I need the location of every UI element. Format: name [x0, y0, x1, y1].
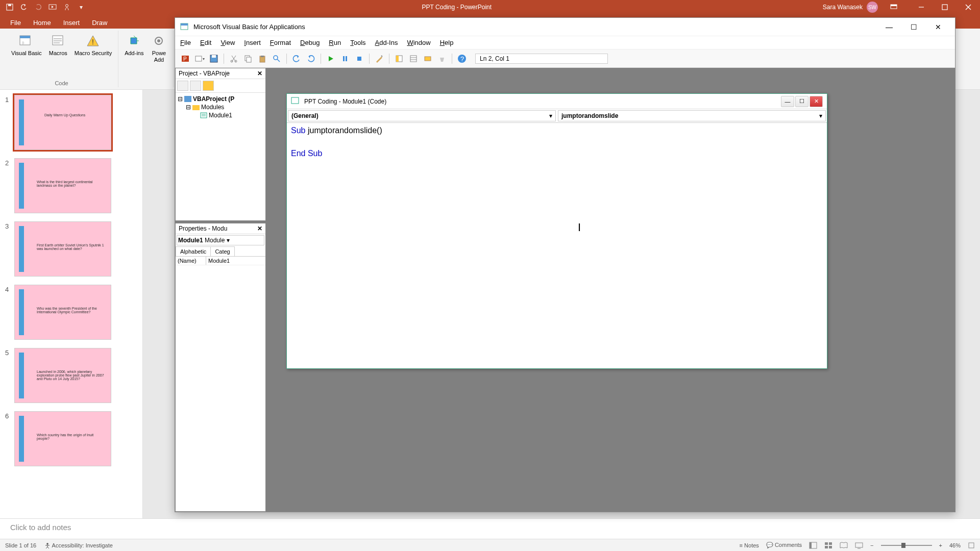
slide-thumbnail-panel[interactable]: 1 Daily Warm Up Questions 2 What is the …: [0, 90, 143, 518]
menu-insert[interactable]: Insert: [244, 39, 261, 46]
menu-edit[interactable]: Edit: [200, 39, 211, 46]
slide-thumbnail-6[interactable]: Which country has the origin of Inuit pe…: [14, 411, 111, 466]
code-window-titlebar[interactable]: PPT Coding - Module1 (Code) — ☐ ✕: [287, 94, 827, 109]
menu-debug[interactable]: Debug: [300, 39, 320, 46]
macro-security-button[interactable]: ! Macro Security: [71, 32, 115, 58]
slide-thumb-row[interactable]: 2 What is the third largest continental …: [5, 158, 137, 213]
vba-titlebar[interactable]: Microsoft Visual Basic for Applications …: [175, 18, 955, 36]
slide-thumbnail-5[interactable]: Launched in 2006, which planetary explor…: [14, 348, 111, 403]
slideshow-view-icon[interactable]: [855, 542, 863, 549]
slide-counter[interactable]: Slide 1 of 16: [5, 542, 36, 548]
accessibility-status[interactable]: Accessibility: Investigate: [44, 542, 113, 548]
slide-thumbnail-2[interactable]: What is the third largest continental la…: [14, 158, 111, 213]
slide-sorter-icon[interactable]: [824, 542, 832, 549]
menu-run[interactable]: Run: [329, 39, 341, 46]
project-tree[interactable]: ⊟VBAProject (P ⊟Modules Module1: [176, 93, 265, 220]
slide-thumbnail-1[interactable]: Daily Warm Up Questions: [14, 95, 111, 150]
property-row[interactable]: (Name) Module1: [176, 257, 265, 265]
menu-window[interactable]: Window: [407, 39, 430, 46]
run-icon[interactable]: [325, 53, 337, 65]
view-code-icon[interactable]: [177, 81, 188, 91]
break-icon[interactable]: [339, 53, 351, 65]
svg-rect-50: [425, 57, 431, 61]
visual-basic-button[interactable]: ⟨⟩ Visual Basic: [8, 32, 45, 58]
tab-insert[interactable]: Insert: [62, 17, 81, 29]
view-powerpoint-icon[interactable]: P: [179, 53, 191, 65]
zoom-level[interactable]: 46%: [949, 542, 961, 548]
save-icon[interactable]: [5, 3, 14, 12]
help-icon[interactable]: ?: [456, 53, 468, 65]
macros-button[interactable]: Macros: [46, 32, 70, 58]
design-mode-icon[interactable]: [373, 53, 385, 65]
menu-view[interactable]: View: [220, 39, 235, 46]
menu-help[interactable]: Help: [440, 39, 454, 46]
menu-tools[interactable]: Tools: [350, 39, 365, 46]
copy-icon[interactable]: [242, 53, 254, 65]
vba-close-button[interactable]: ✕: [926, 19, 950, 35]
code-editor[interactable]: Sub jumptorandomslide() End Sub I: [287, 123, 827, 368]
fit-to-window-icon[interactable]: [968, 542, 975, 549]
code-minimize-button[interactable]: —: [781, 96, 794, 107]
insert-dropdown-icon[interactable]: [193, 53, 206, 65]
slide-thumb-row[interactable]: 4 Who was the seventh President of the I…: [5, 285, 137, 340]
comments-toggle[interactable]: 💬 Comments: [766, 542, 802, 548]
tab-categorized[interactable]: Categ: [210, 246, 234, 256]
maximize-button[interactable]: [933, 0, 957, 14]
menu-file[interactable]: File: [180, 39, 191, 46]
addins-button[interactable]: Add-ins: [121, 32, 146, 58]
menu-addins[interactable]: Add-Ins: [375, 39, 398, 46]
tab-alphabetic[interactable]: Alphabetic: [176, 246, 211, 256]
qat-dropdown-icon[interactable]: ▾: [77, 3, 86, 12]
touch-mode-icon[interactable]: [62, 3, 71, 12]
reset-icon[interactable]: [353, 53, 365, 65]
zoom-out[interactable]: −: [870, 542, 873, 548]
slide-thumb-row[interactable]: 3 First Earth orbiter Soviet Union's Spu…: [5, 221, 137, 277]
toolbox-icon[interactable]: [436, 53, 448, 65]
user-name[interactable]: Sara Wanasek: [823, 4, 863, 11]
menu-format[interactable]: Format: [270, 39, 291, 46]
minimize-button[interactable]: [910, 0, 933, 14]
procedure-dropdown[interactable]: jumptorandomslide▾: [558, 110, 826, 121]
properties-icon[interactable]: [407, 53, 420, 65]
tab-file[interactable]: File: [9, 17, 22, 29]
notes-toggle[interactable]: ≡ Notes: [740, 542, 759, 548]
power-addins-button[interactable]: Powe Add: [148, 32, 170, 64]
object-browser-icon[interactable]: [422, 53, 434, 65]
slideshow-icon[interactable]: [48, 3, 57, 12]
vba-mdi-area[interactable]: PPT Coding - Module1 (Code) — ☐ ✕ (Gener…: [266, 68, 955, 512]
zoom-in[interactable]: +: [939, 542, 942, 548]
slide-thumb-row[interactable]: 1 Daily Warm Up Questions: [5, 95, 137, 150]
code-maximize-button[interactable]: ☐: [795, 96, 808, 107]
save-icon[interactable]: [208, 53, 220, 65]
paste-icon[interactable]: [256, 53, 268, 65]
object-dropdown[interactable]: (General)▾: [288, 110, 556, 121]
close-button[interactable]: [957, 0, 980, 14]
slide-thumbnail-3[interactable]: First Earth orbiter Soviet Union's Sputn…: [14, 221, 111, 277]
view-object-icon[interactable]: [190, 81, 201, 91]
notes-pane[interactable]: Click to add notes: [0, 518, 980, 539]
slide-thumb-row[interactable]: 6 Which country has the origin of Inuit …: [5, 411, 137, 466]
cut-icon[interactable]: [228, 53, 240, 65]
slide-thumbnail-4[interactable]: Who was the seventh President of the Int…: [14, 285, 111, 340]
redo-icon[interactable]: [305, 53, 317, 65]
folder-toggle-icon[interactable]: [203, 81, 214, 91]
redo-icon[interactable]: [34, 3, 43, 12]
project-explorer-icon[interactable]: [393, 53, 405, 65]
reading-view-icon[interactable]: [840, 542, 848, 549]
find-icon[interactable]: [271, 53, 283, 65]
tab-draw[interactable]: Draw: [91, 17, 108, 29]
close-icon[interactable]: ✕: [257, 225, 262, 232]
avatar[interactable]: SW: [867, 2, 878, 13]
vba-minimize-button[interactable]: —: [877, 19, 901, 35]
normal-view-icon[interactable]: [809, 542, 817, 549]
undo-icon[interactable]: [19, 3, 29, 12]
vba-maximize-button[interactable]: ☐: [902, 19, 925, 35]
undo-icon[interactable]: [290, 53, 303, 65]
zoom-slider[interactable]: [881, 545, 932, 546]
slide-thumb-row[interactable]: 5 Launched in 2006, which planetary expl…: [5, 348, 137, 403]
properties-object-combo[interactable]: Module1 Module ▾: [177, 235, 264, 245]
close-icon[interactable]: ✕: [257, 70, 262, 77]
code-close-button[interactable]: ✕: [810, 96, 823, 107]
ribbon-display-icon[interactable]: [882, 0, 905, 14]
tab-home[interactable]: Home: [32, 17, 52, 29]
